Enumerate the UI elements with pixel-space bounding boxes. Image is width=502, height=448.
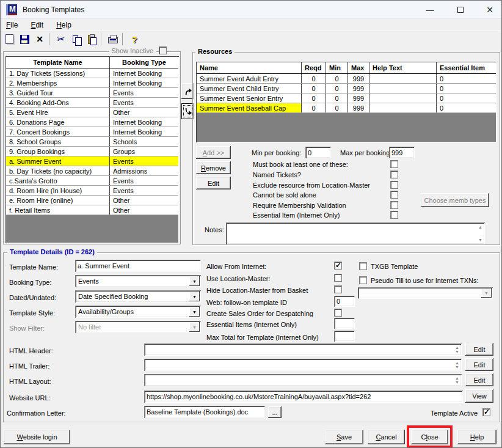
template-row[interactable]: e. Room Hire (online)Other (6, 196, 178, 205)
resources-grid-panel: Name Reqd Min Max Help Text Essential It… (196, 62, 497, 142)
chevron-down-icon[interactable]: ▼ (189, 276, 200, 286)
exclude-resource-checkbox[interactable] (390, 181, 398, 189)
menu-file[interactable]: File (1, 20, 23, 31)
edit-resource-button[interactable]: Edit (196, 177, 231, 189)
cannot-sold-alone-checkbox[interactable] (390, 191, 398, 199)
col-essential-item[interactable]: Essential Item (437, 62, 495, 73)
minimize-button[interactable]: — (417, 1, 443, 19)
save-icon[interactable] (18, 33, 31, 46)
html-trailer-input[interactable]: ▲▼ (144, 359, 462, 371)
col-max[interactable]: Max (348, 62, 369, 73)
website-url-input[interactable] (144, 391, 463, 403)
template-row[interactable]: c.Santa's GrottoEvents (6, 176, 178, 186)
new-icon[interactable] (2, 33, 16, 46)
template-row[interactable]: b. Day Tickets (no capacity)Admissions (6, 166, 178, 176)
paste-icon[interactable] (85, 33, 98, 46)
essential-items-input[interactable] (334, 318, 355, 329)
website-url-view-button[interactable]: View (465, 389, 493, 403)
max-total-input[interactable] (334, 331, 355, 342)
require-membership-checkbox[interactable] (390, 201, 398, 209)
resource-row[interactable]: Summer Event Adult Entry009990 (197, 74, 496, 84)
copy-icon[interactable] (70, 33, 83, 46)
template-row[interactable]: 3. Guided TourEvents (6, 88, 178, 98)
chevron-down-icon[interactable]: ▼ (189, 292, 200, 301)
notes-scroll-arrows[interactable]: ▲▼ (478, 225, 482, 242)
delete-icon[interactable]: ✕ (33, 33, 46, 46)
template-row[interactable]: 7. Concert BookingsInternet Booking (6, 127, 178, 137)
must-book-checkbox[interactable] (390, 160, 398, 168)
template-row[interactable]: 2. MembershipsInternet Booking (6, 78, 178, 88)
use-location-master-checkbox[interactable] (334, 274, 342, 282)
must-book-label: Must book at least one of these: (253, 161, 348, 168)
menu-edit[interactable]: Edit (25, 20, 49, 31)
add-button[interactable]: Add >> (196, 146, 231, 159)
scroll-up-icon: ▲ (478, 225, 482, 229)
template-row[interactable]: 6. Donations PageInternet Booking (6, 117, 178, 127)
html-trailer-edit-button[interactable]: Edit (465, 358, 493, 371)
template-row[interactable]: 8. School GroupsSchools (6, 137, 178, 147)
resource-row-selected[interactable]: Summer Event Baseball Cap009990 (197, 103, 496, 113)
website-login-button[interactable]: Website login (4, 430, 70, 444)
template-style-select[interactable]: Availability/Groups▼ (75, 306, 201, 318)
menu-help[interactable]: Help (51, 20, 77, 31)
template-row[interactable]: f. Retail ItemsOther (6, 205, 178, 215)
save-button[interactable]: Save (325, 430, 363, 444)
notes-input[interactable]: ▲▼ (226, 222, 485, 244)
resource-row[interactable]: Summer Event Child Entry009990 (197, 84, 496, 94)
template-row-selected[interactable]: a. Summer EventEvents (6, 156, 178, 166)
essential-item-option-checkbox[interactable] (390, 211, 398, 219)
template-row[interactable]: 4. Booking Add-OnsEvents (6, 98, 178, 108)
help-icon[interactable]: ? (128, 33, 141, 46)
cut-icon[interactable]: ✂ (54, 33, 68, 46)
col-help-text[interactable]: Help Text (369, 62, 437, 73)
named-tickets-checkbox[interactable] (390, 171, 398, 178)
named-tickets-label: Named Tickets? (253, 171, 301, 178)
chevron-down-icon[interactable]: ▼ (189, 307, 200, 317)
col-name[interactable]: Name (197, 62, 302, 73)
create-sales-order-checkbox[interactable] (334, 309, 342, 317)
col-template-name[interactable]: Template Name (6, 57, 110, 68)
spinner-arrows[interactable]: ▲▼ (455, 376, 459, 384)
confirmation-letter-input[interactable] (144, 406, 265, 418)
cancel-button[interactable]: Cancel (368, 430, 405, 444)
spinner-arrows[interactable]: ▲▼ (455, 361, 459, 369)
template-row[interactable]: 9. Group BookingsGroups (6, 147, 178, 156)
show-inactive-label: Show Inactive (109, 47, 156, 54)
html-header-input[interactable]: ▲▼ (144, 343, 462, 356)
min-per-booking-label: Min per booking: (252, 149, 301, 156)
confirmation-letter-browse-button[interactable]: ... (268, 406, 282, 418)
help-button[interactable]: Help (457, 430, 497, 444)
template-name-input[interactable] (75, 260, 201, 272)
follow-on-template-input[interactable] (334, 296, 355, 307)
spinner-arrows[interactable]: ▲▼ (455, 345, 459, 354)
col-booking-type[interactable]: Booking Type (110, 57, 178, 68)
txgb-template-checkbox[interactable] (359, 262, 367, 270)
html-layout-edit-button[interactable]: Edit (465, 373, 493, 386)
template-row[interactable]: 5. Event HireOther (6, 108, 178, 117)
use-location-master-label: Use Location-Master: (206, 275, 271, 282)
pseudo-till-checkbox[interactable] (359, 276, 367, 284)
min-per-booking-input[interactable] (305, 147, 331, 158)
spin-down-icon: ▼ (455, 350, 459, 354)
dated-undated-select[interactable]: Date Specified Booking▼ (75, 290, 201, 303)
booking-type-select[interactable]: Events▼ (75, 275, 201, 287)
hide-location-master-checkbox[interactable] (334, 285, 342, 293)
spin-down-icon: ▼ (455, 380, 459, 384)
confirmation-letter-label: Confirmation Letter: (7, 409, 66, 417)
html-header-edit-button[interactable]: Edit (465, 343, 493, 356)
print-icon[interactable] (106, 33, 120, 46)
template-row[interactable]: 1. Day Tickets (Sessions)Internet Bookin… (6, 68, 178, 78)
maximize-button[interactable] (447, 1, 474, 19)
choose-memb-types-button[interactable]: Choose memb types (421, 193, 489, 207)
html-layout-input[interactable]: ▲▼ (144, 374, 462, 386)
col-min[interactable]: Min (326, 62, 348, 73)
show-inactive-checkbox[interactable] (159, 46, 167, 54)
close-window-button[interactable]: ✕ (476, 1, 502, 19)
template-active-checkbox[interactable] (482, 408, 490, 416)
template-row[interactable]: d. Room Hire (In House)Events (6, 186, 178, 196)
max-per-booking-input[interactable] (389, 147, 415, 158)
allow-from-internet-checkbox[interactable] (334, 262, 342, 270)
resource-row[interactable]: Summer Event Senior Entry009990 (197, 94, 496, 103)
col-reqd[interactable]: Reqd (302, 62, 326, 73)
remove-button[interactable]: Remove (196, 161, 231, 174)
